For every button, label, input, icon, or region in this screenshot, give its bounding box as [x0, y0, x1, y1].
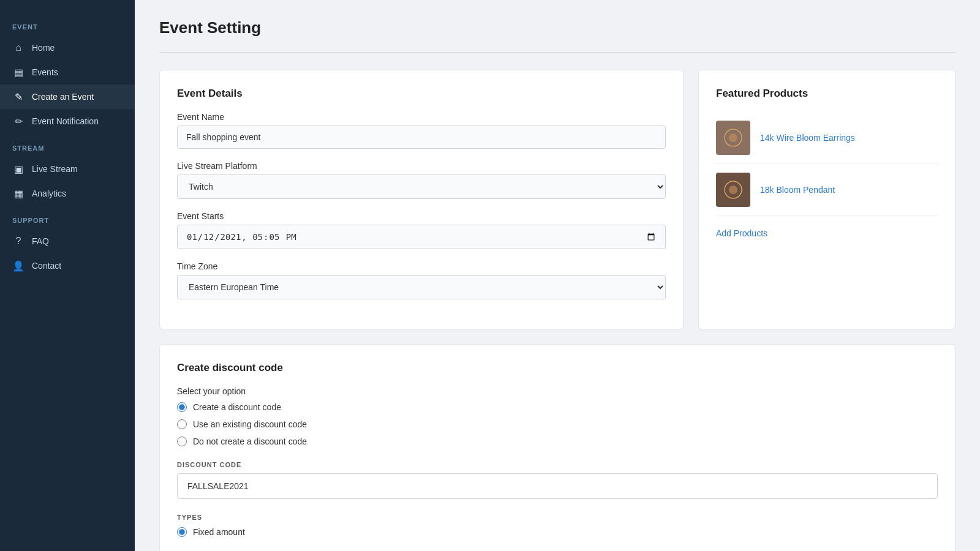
timezone-group: Time Zone Eastern European Time Eastern …	[177, 261, 666, 299]
discount-option-existing-label: Use an existing discount code	[193, 419, 307, 429]
discount-option-none-label: Do not create a discount code	[193, 437, 307, 446]
event-starts-input[interactable]	[177, 225, 666, 249]
sidebar-label-events: Events	[32, 67, 58, 77]
user-icon: 👤	[12, 260, 24, 272]
timezone-label: Time Zone	[177, 261, 666, 271]
sidebar-item-live-stream[interactable]: ▣Live Stream	[0, 157, 135, 181]
discount-code-label: DISCOUNT CODE	[177, 461, 938, 468]
platform-select[interactable]: Twitch YouTube Facebook Instagram	[177, 174, 666, 199]
sidebar-item-analytics[interactable]: ▦Analytics	[0, 181, 135, 206]
sidebar-section-stream: STREAM	[0, 133, 135, 157]
event-starts-label: Event Starts	[177, 211, 666, 221]
sidebar-item-create-event[interactable]: ✎Create an Event	[0, 84, 135, 109]
sidebar: EVENT⌂Home▤Events✎Create an Event✏Event …	[0, 0, 135, 551]
sidebar-section-event: EVENT	[0, 12, 135, 36]
product-thumb-p2	[716, 173, 750, 207]
content-grid: Event Details Event Name Live Stream Pla…	[159, 70, 956, 329]
type-fixed-amount[interactable]: Fixed amount	[177, 527, 938, 537]
featured-products-title: Featured Products	[716, 88, 938, 100]
product-name-p1[interactable]: 14k Wire Bloom Earrings	[760, 133, 855, 143]
sidebar-label-home: Home	[32, 43, 55, 53]
product-item-p1: 14k Wire Bloom Earrings	[716, 112, 938, 164]
sidebar-item-home[interactable]: ⌂Home	[0, 36, 135, 60]
discount-code-input[interactable]	[177, 473, 938, 499]
sidebar-label-analytics: Analytics	[32, 189, 66, 198]
pen-icon: ✏	[12, 115, 24, 127]
product-item-p2: 18k Bloom Pendant	[716, 164, 938, 216]
event-details-card: Event Details Event Name Live Stream Pla…	[159, 70, 684, 329]
featured-products-card: Featured Products 14k Wire Bloom Earring…	[698, 70, 956, 329]
sidebar-item-events[interactable]: ▤Events	[0, 60, 135, 84]
event-starts-group: Event Starts	[177, 211, 666, 249]
main-content: Event Setting Event Details Event Name L…	[135, 0, 980, 551]
discount-options: Create a discount code Use an existing d…	[177, 402, 938, 446]
question-icon: ?	[12, 235, 24, 247]
page-title: Event Setting	[159, 18, 956, 37]
event-details-title: Event Details	[177, 88, 666, 100]
platform-group: Live Stream Platform Twitch YouTube Face…	[177, 161, 666, 199]
product-thumb-p1	[716, 121, 750, 155]
select-option-label: Select your option	[177, 386, 938, 396]
svg-point-3	[729, 186, 737, 194]
sidebar-section-support: SUPPORT	[0, 206, 135, 229]
discount-title: Create discount code	[177, 362, 938, 374]
svg-point-1	[729, 133, 737, 142]
event-name-label: Event Name	[177, 112, 666, 122]
event-name-group: Event Name	[177, 112, 666, 149]
discount-card: Create discount code Select your option …	[159, 344, 956, 551]
product-name-p2[interactable]: 18k Bloom Pendant	[760, 185, 835, 195]
discount-option-none[interactable]: Do not create a discount code	[177, 437, 938, 446]
sidebar-item-faq[interactable]: ?FAQ	[0, 229, 135, 253]
discount-option-create-label: Create a discount code	[193, 402, 281, 412]
event-name-input[interactable]	[177, 126, 666, 149]
divider	[159, 52, 956, 53]
sidebar-item-event-notification[interactable]: ✏Event Notification	[0, 109, 135, 133]
sidebar-item-contact[interactable]: 👤Contact	[0, 253, 135, 278]
add-products-link[interactable]: Add Products	[716, 228, 938, 238]
sidebar-label-faq: FAQ	[32, 236, 49, 246]
sidebar-label-create-event: Create an Event	[32, 92, 94, 102]
discount-code-section: DISCOUNT CODE	[177, 461, 938, 499]
types-label: TYPES	[177, 514, 938, 521]
discount-option-create[interactable]: Create a discount code	[177, 402, 938, 412]
sidebar-label-contact: Contact	[32, 261, 61, 271]
calendar-icon: ▤	[12, 66, 24, 78]
sidebar-label-event-notification: Event Notification	[32, 116, 99, 126]
types-section: TYPES Fixed amount	[177, 514, 938, 537]
platform-label: Live Stream Platform	[177, 161, 666, 171]
home-icon: ⌂	[12, 42, 24, 54]
sidebar-label-live-stream: Live Stream	[32, 164, 78, 174]
monitor-icon: ▣	[12, 163, 24, 175]
edit-icon: ✎	[12, 91, 24, 103]
timezone-select[interactable]: Eastern European Time Eastern Standard T…	[177, 275, 666, 299]
bar-chart-icon: ▦	[12, 187, 24, 200]
type-fixed-label: Fixed amount	[193, 527, 245, 537]
discount-option-existing[interactable]: Use an existing discount code	[177, 419, 938, 429]
